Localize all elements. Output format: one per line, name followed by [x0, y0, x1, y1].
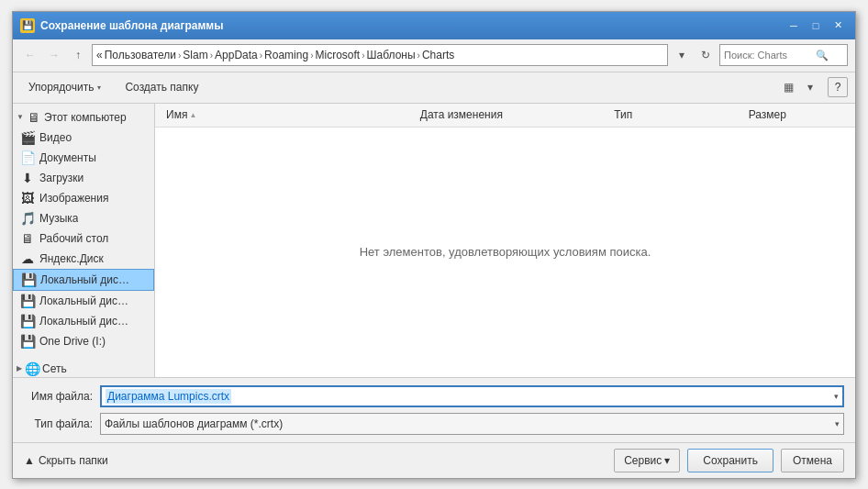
new-folder-label: Создать папку	[125, 81, 198, 94]
sidebar-item-onedrive[interactable]: 💾 One Drive (I:)	[13, 331, 154, 351]
hide-folders-button[interactable]: ▲ Скрыть папки	[24, 454, 108, 467]
navigation-toolbar: ← → ↑ « Пользователи › Slam › AppData › …	[13, 39, 855, 72]
search-input[interactable]	[724, 50, 816, 61]
column-type-label: Тип	[614, 108, 632, 121]
sidebar-item-downloads[interactable]: ⬇ Загрузки	[13, 168, 154, 188]
local-disk-c-icon: 💾	[21, 272, 36, 287]
file-list-content: Нет элементов, удовлетворяющих условиям …	[155, 128, 855, 377]
hide-folders-label: Скрыть папки	[39, 454, 108, 467]
breadcrumb-templates[interactable]: Шаблоны	[367, 49, 416, 61]
view-mode-button[interactable]: ▦	[778, 77, 798, 97]
video-icon: 🎬	[20, 130, 35, 145]
sidebar-item-local-disk-d-label: Локальный дис…	[39, 295, 128, 307]
desktop-icon: 🖥	[20, 231, 35, 246]
filename-dropdown-icon[interactable]: ▾	[834, 392, 839, 401]
sidebar-section-network-label: Сеть	[42, 362, 67, 375]
new-folder-button[interactable]: Создать папку	[117, 76, 206, 98]
main-content: ▼ 🖥 Этот компьютер 🎬 Видео 📄 Документы ⬇…	[13, 104, 855, 377]
sidebar-item-documents-label: Документы	[39, 151, 96, 164]
search-box[interactable]: 🔍	[719, 44, 848, 66]
organize-dropdown-icon: ▾	[97, 83, 101, 92]
network-icon: 🌐	[25, 361, 39, 376]
sidebar-item-local-disk-c[interactable]: 💾 Локальный дис…	[13, 269, 154, 291]
sidebar-item-yandex[interactable]: ☁ Яндекс.Диск	[13, 249, 154, 269]
filetype-label: Тип файла:	[24, 417, 93, 430]
window-icon: 💾	[20, 18, 35, 33]
close-button[interactable]: ✕	[828, 17, 848, 34]
hide-folders-triangle-icon: ▲	[24, 454, 35, 467]
forward-button[interactable]: →	[44, 45, 64, 65]
organize-label: Упорядочить	[28, 81, 94, 94]
breadcrumb-bar[interactable]: « Пользователи › Slam › AppData › Roamin…	[92, 44, 668, 66]
view-options: ▦ ▾	[778, 77, 820, 97]
sidebar-item-video-label: Видео	[39, 131, 72, 144]
file-type-row: Тип файла: Файлы шаблонов диаграмм (*.cr…	[24, 413, 844, 435]
column-size-header[interactable]: Размер	[741, 108, 851, 121]
sort-arrow-icon: ▲	[189, 111, 196, 119]
column-date-label: Дата изменения	[420, 108, 503, 121]
title-bar-controls: ─ □ ✕	[784, 17, 848, 34]
filename-input-wrapper[interactable]: Диаграмма Lumpics.crtx ▾	[100, 385, 844, 407]
search-icon: 🔍	[816, 50, 829, 61]
title-bar: 💾 Сохранение шаблона диаграммы ─ □ ✕	[13, 12, 855, 39]
sidebar-item-local-disk-d[interactable]: 💾 Локальный дис…	[13, 291, 154, 311]
column-name-header[interactable]: Имя ▲	[159, 108, 413, 121]
local-disk-e-icon: 💾	[20, 314, 35, 328]
sidebar-item-onedrive-label: One Drive (I:)	[39, 335, 106, 348]
yandex-icon: ☁	[20, 251, 35, 266]
onedrive-icon: 💾	[20, 334, 35, 349]
sidebar-item-local-disk-e-label: Локальный дис…	[39, 315, 128, 328]
save-button[interactable]: Сохранить	[687, 449, 773, 472]
documents-icon: 📄	[20, 150, 35, 165]
breadcrumb-charts[interactable]: Charts	[422, 49, 454, 61]
back-button[interactable]: ←	[20, 45, 40, 65]
computer-icon: 🖥	[27, 110, 41, 125]
column-date-header[interactable]: Дата изменения	[413, 108, 607, 121]
local-disk-d-icon: 💾	[20, 294, 35, 308]
column-headers: Имя ▲ Дата изменения Тип Размер	[155, 104, 855, 128]
network-expand-icon: ▶	[17, 364, 22, 372]
cancel-button[interactable]: Отмена	[781, 449, 844, 472]
sidebar-item-local-disk-e[interactable]: 💾 Локальный дис…	[13, 311, 154, 331]
sidebar-item-downloads-label: Загрузки	[39, 172, 83, 184]
filetype-dropdown[interactable]: Файлы шаблонов диаграмм (*.crtx) ▾	[100, 413, 844, 435]
breadcrumb-users[interactable]: Пользователи	[105, 49, 176, 61]
filename-value: Диаграмма Lumpics.crtx	[106, 389, 231, 404]
sidebar-item-yandex-label: Яндекс.Диск	[39, 252, 104, 265]
empty-message: Нет элементов, удовлетворяющих условиям …	[360, 245, 651, 259]
filename-label: Имя файла:	[24, 390, 93, 403]
sidebar-item-desktop[interactable]: 🖥 Рабочий стол	[13, 228, 154, 249]
column-type-header[interactable]: Тип	[606, 108, 740, 121]
breadcrumb-roaming[interactable]: Roaming	[264, 49, 308, 61]
breadcrumb-dropdown[interactable]: ▾	[672, 45, 692, 65]
column-name-label: Имя	[166, 108, 187, 121]
bottom-action-bar: ▲ Скрыть папки Сервис ▾ Сохранить Отмена	[13, 442, 855, 478]
filetype-value: Файлы шаблонов диаграмм (*.crtx)	[105, 417, 283, 430]
action-bar: Упорядочить ▾ Создать папку ▦ ▾ ?	[13, 72, 855, 104]
sidebar: ▼ 🖥 Этот компьютер 🎬 Видео 📄 Документы ⬇…	[13, 104, 155, 377]
images-icon: 🖼	[20, 191, 35, 206]
service-label: Сервис	[624, 454, 662, 467]
breadcrumb-microsoft[interactable]: Microsoft	[315, 49, 360, 61]
breadcrumb-slam[interactable]: Slam	[183, 49, 207, 61]
view-dropdown-button[interactable]: ▾	[800, 77, 820, 97]
help-button[interactable]: ?	[828, 77, 848, 97]
organize-button[interactable]: Упорядочить ▾	[20, 76, 109, 98]
sidebar-section-computer-header[interactable]: ▼ 🖥 Этот компьютер	[13, 107, 154, 128]
sidebar-item-documents[interactable]: 📄 Документы	[13, 148, 154, 168]
minimize-button[interactable]: ─	[784, 17, 804, 34]
up-button[interactable]: ↑	[68, 45, 88, 65]
refresh-button[interactable]: ↻	[696, 45, 716, 65]
service-button[interactable]: Сервис ▾	[614, 449, 680, 472]
sidebar-item-music[interactable]: 🎵 Музыка	[13, 208, 154, 228]
sidebar-item-video[interactable]: 🎬 Видео	[13, 128, 154, 148]
maximize-button[interactable]: □	[806, 17, 826, 34]
file-list-area: Имя ▲ Дата изменения Тип Размер Нет элем…	[155, 104, 855, 377]
sidebar-section-computer: ▼ 🖥 Этот компьютер 🎬 Видео 📄 Документы ⬇…	[13, 104, 154, 355]
breadcrumb-appdata[interactable]: AppData	[215, 49, 258, 61]
sidebar-section-network-header[interactable]: ▶ 🌐 Сеть	[13, 359, 154, 377]
sidebar-item-images[interactable]: 🖼 Изображения	[13, 188, 154, 208]
sidebar-item-desktop-label: Рабочий стол	[39, 232, 108, 245]
file-name-row: Имя файла: Диаграмма Lumpics.crtx ▾	[24, 385, 844, 407]
expand-triangle-icon: ▼	[17, 113, 24, 121]
